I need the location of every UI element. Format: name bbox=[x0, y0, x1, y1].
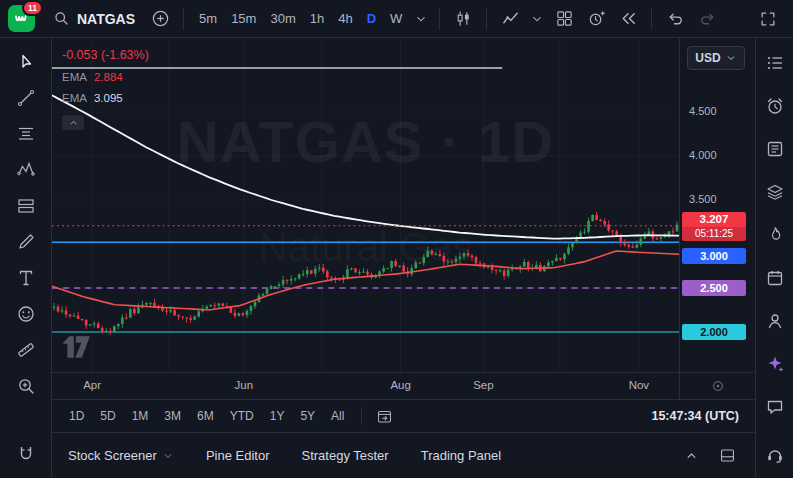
timeframe-15m[interactable]: 15m bbox=[224, 6, 263, 31]
tab-pine-editor[interactable]: Pine Editor bbox=[206, 448, 270, 463]
zoom-tool-button[interactable] bbox=[12, 372, 40, 400]
chevron-up-icon bbox=[68, 117, 79, 128]
range-3m-button[interactable]: 3M bbox=[157, 406, 188, 426]
tradingview-logo-watermark bbox=[62, 335, 92, 362]
last-price-value: 3.207 bbox=[682, 212, 746, 227]
time-axis[interactable]: AprJunAugSepNov bbox=[52, 373, 679, 399]
line-chart-icon bbox=[501, 9, 520, 28]
flame-icon bbox=[765, 225, 785, 245]
scale-settings-corner[interactable] bbox=[679, 373, 755, 399]
tab-trading-panel[interactable]: Trading Panel bbox=[421, 448, 501, 463]
position-icon bbox=[16, 196, 36, 216]
measure-tool-button[interactable] bbox=[12, 336, 40, 364]
range-1y-button[interactable]: 1Y bbox=[263, 406, 292, 426]
projection-tool-button[interactable] bbox=[12, 192, 40, 220]
fib-retracement-tool-button[interactable] bbox=[12, 120, 40, 148]
text-tool-button[interactable] bbox=[12, 264, 40, 292]
drawing-toolbar bbox=[0, 38, 52, 478]
timeframe-4h[interactable]: 4h bbox=[331, 6, 359, 31]
currency-toggle-button[interactable]: USD bbox=[687, 46, 745, 70]
goto-date-button[interactable] bbox=[372, 404, 396, 428]
range-1m-button[interactable]: 1M bbox=[125, 406, 156, 426]
toolbar-separator bbox=[651, 8, 652, 30]
indicator-row[interactable]: EMA3.095 bbox=[62, 92, 149, 104]
tab-stock-screener[interactable]: Stock Screener bbox=[68, 448, 174, 463]
chart-type-button[interactable] bbox=[448, 4, 478, 34]
sidebar-watchlist-button[interactable] bbox=[762, 50, 788, 76]
top-toolbar: 11 NATGAS 5m15m30m1h4hDW bbox=[0, 0, 793, 38]
fib-icon bbox=[16, 124, 36, 144]
panel-icon bbox=[719, 447, 736, 464]
range-all-button[interactable]: All bbox=[324, 406, 351, 426]
layout-button[interactable] bbox=[549, 4, 579, 34]
last-price-badge: 3.207 05:11:25 bbox=[682, 212, 746, 241]
timeframe-30m[interactable]: 30m bbox=[263, 6, 302, 31]
range-ytd-button[interactable]: YTD bbox=[223, 406, 261, 426]
time-axis-label: Jun bbox=[235, 379, 254, 391]
tab-label: Pine Editor bbox=[206, 448, 270, 463]
app-logo-button[interactable]: 11 bbox=[8, 5, 35, 32]
ruler-icon bbox=[16, 340, 36, 360]
sidebar-hotlists-button[interactable] bbox=[762, 222, 788, 248]
sidebar-alerts-button[interactable] bbox=[762, 93, 788, 119]
server-clock[interactable]: 15:47:34 (UTC) bbox=[651, 409, 739, 423]
range-1d-button[interactable]: 1D bbox=[62, 406, 91, 426]
timeframe-5m[interactable]: 5m bbox=[192, 6, 224, 31]
time-axis-label: Apr bbox=[83, 379, 101, 391]
trading-platform: 11 NATGAS 5m15m30m1h4hDW NATGAS bbox=[0, 0, 793, 478]
chevron-down-icon bbox=[725, 52, 737, 64]
sidebar-calendar-button[interactable] bbox=[762, 265, 788, 291]
tab-label: Strategy Tester bbox=[301, 448, 388, 463]
panel-layout-button[interactable] bbox=[715, 444, 739, 468]
cursor-tool-button[interactable] bbox=[12, 48, 40, 76]
tab-strategy-tester[interactable]: Strategy Tester bbox=[301, 448, 388, 463]
toolbar-separator bbox=[183, 8, 184, 30]
redo-button[interactable] bbox=[692, 4, 722, 34]
trend-line-tool-button[interactable] bbox=[12, 84, 40, 112]
currency-label: USD bbox=[695, 51, 720, 65]
sidebar-object-tree-button[interactable] bbox=[762, 179, 788, 205]
brush-tool-button[interactable] bbox=[12, 228, 40, 256]
add-symbol-button[interactable] bbox=[145, 4, 175, 34]
fullscreen-button[interactable] bbox=[753, 4, 783, 34]
chart-column: NATGAS · 1D Natural Gas -0.053 (-1.63%) … bbox=[52, 38, 755, 478]
sidebar-chat-button[interactable] bbox=[762, 394, 788, 420]
time-axis-label: Sep bbox=[473, 379, 493, 391]
create-alert-button[interactable] bbox=[581, 4, 611, 34]
chevron-down-icon bbox=[530, 12, 544, 26]
undo-button[interactable] bbox=[660, 4, 690, 34]
calendar-arrow-icon bbox=[376, 408, 393, 425]
emoji-tool-button[interactable] bbox=[12, 300, 40, 328]
range-5y-button[interactable]: 5Y bbox=[293, 406, 322, 426]
sparkle-icon bbox=[765, 354, 785, 374]
timeframe-W[interactable]: W bbox=[383, 6, 409, 31]
chart-canvas[interactable]: NATGAS · 1D Natural Gas -0.053 (-1.63%) … bbox=[52, 38, 679, 372]
indicator-row[interactable]: EMA2.884 bbox=[62, 71, 149, 83]
timeframe-menu-button[interactable] bbox=[411, 4, 431, 34]
sidebar-ideas-button[interactable] bbox=[762, 308, 788, 334]
panel-expand-button[interactable] bbox=[679, 444, 703, 468]
indicators-menu-button[interactable] bbox=[527, 4, 547, 34]
range-5d-button[interactable]: 5D bbox=[93, 406, 122, 426]
legend-collapse-button[interactable] bbox=[62, 115, 84, 130]
sidebar-news-button[interactable] bbox=[762, 136, 788, 162]
timeframe-1h[interactable]: 1h bbox=[303, 6, 331, 31]
person-icon bbox=[765, 311, 785, 331]
toolbar-separator bbox=[439, 8, 440, 30]
sidebar-support-button[interactable] bbox=[762, 442, 788, 468]
sidebar-ai-assistant-button[interactable] bbox=[762, 351, 788, 377]
magnet-tool-button[interactable] bbox=[12, 440, 40, 468]
bar-replay-button[interactable] bbox=[613, 4, 643, 34]
indicators-button[interactable] bbox=[495, 4, 525, 34]
symbol-search-button[interactable]: NATGAS bbox=[49, 6, 143, 31]
magnet-icon bbox=[16, 444, 36, 464]
price-level-badge: 2.000 bbox=[682, 324, 746, 340]
news-icon bbox=[765, 139, 785, 159]
range-6m-button[interactable]: 6M bbox=[190, 406, 221, 426]
timeframe-D[interactable]: D bbox=[360, 6, 383, 31]
grid-icon bbox=[555, 9, 574, 28]
tab-label: Trading Panel bbox=[421, 448, 501, 463]
pattern-tool-button[interactable] bbox=[12, 156, 40, 184]
price-scale[interactable]: USD 3.207 05:11:25 4.5004.0003.5003.0002… bbox=[679, 38, 755, 372]
toolbar-separator bbox=[361, 407, 362, 425]
